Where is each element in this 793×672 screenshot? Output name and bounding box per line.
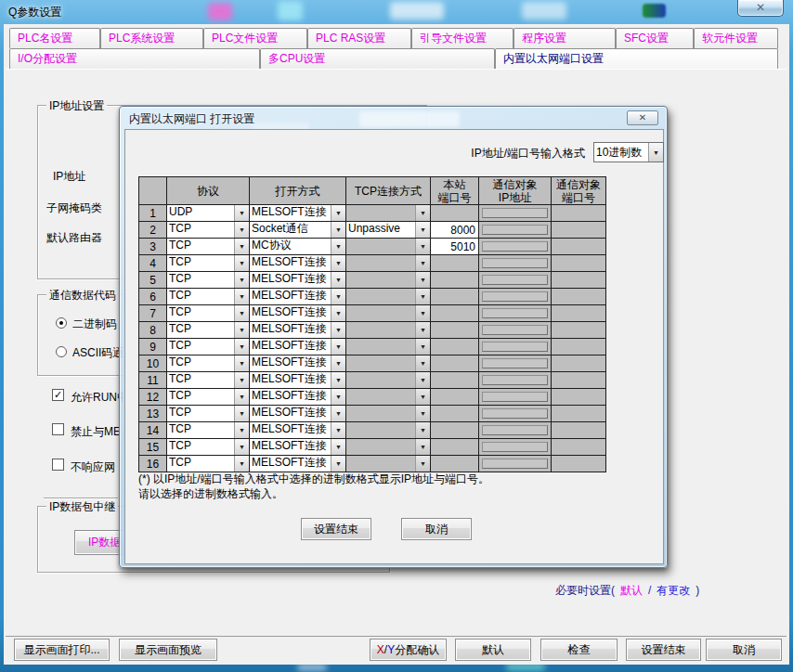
- host-port-cell[interactable]: [431, 389, 479, 406]
- open-method-dropdown[interactable]: MELSOFT连接▼: [250, 456, 345, 472]
- dropdown-arrow-icon[interactable]: ▼: [234, 255, 249, 271]
- disable-melsoft-checkbox[interactable]: [52, 423, 64, 435]
- dropdown-arrow-icon[interactable]: ▼: [234, 389, 249, 405]
- open-method-cell[interactable]: MELSOFT连接▼: [250, 389, 346, 406]
- dropdown-arrow-icon[interactable]: ▼: [648, 143, 663, 162]
- protocol-cell[interactable]: TCP▼: [167, 355, 250, 372]
- input-format-dropdown[interactable]: 10进制数 ▼: [593, 142, 664, 162]
- dialog-setting-end-button[interactable]: 设置结束: [301, 518, 371, 540]
- dropdown-arrow-icon[interactable]: ▼: [415, 305, 430, 321]
- tcp-connection-cell[interactable]: ▼: [346, 355, 431, 372]
- protocol-dropdown[interactable]: TCP▼: [167, 422, 249, 438]
- dropdown-arrow-icon[interactable]: ▼: [234, 305, 249, 321]
- protocol-dropdown[interactable]: TCP▼: [167, 272, 249, 288]
- open-method-cell[interactable]: MELSOFT连接▼: [250, 406, 346, 422]
- xy-assignment-confirm-button[interactable]: X/Y分配确认: [370, 639, 447, 661]
- protocol-cell[interactable]: TCP▼: [167, 456, 250, 472]
- open-method-cell[interactable]: MELSOFT连接▼: [250, 305, 346, 322]
- dropdown-arrow-icon[interactable]: ▼: [331, 255, 345, 271]
- open-method-cell[interactable]: MELSOFT连接▼: [250, 205, 346, 222]
- protocol-dropdown[interactable]: TCP▼: [167, 389, 249, 405]
- tcp-connection-cell[interactable]: ▼: [346, 372, 431, 389]
- dropdown-arrow-icon[interactable]: ▼: [234, 222, 249, 238]
- tcp-connection-dropdown[interactable]: ▼: [346, 239, 430, 254]
- open-method-dropdown[interactable]: MELSOFT连接▼: [250, 272, 345, 288]
- dropdown-arrow-icon[interactable]: ▼: [234, 289, 249, 304]
- dialog-cancel-button[interactable]: 取消: [401, 518, 472, 540]
- open-method-cell[interactable]: MELSOFT连接▼: [250, 372, 346, 389]
- tcp-connection-dropdown[interactable]: ▼: [346, 406, 430, 421]
- changed-link[interactable]: 有更改: [656, 584, 690, 597]
- dropdown-arrow-icon[interactable]: ▼: [331, 456, 345, 472]
- protocol-dropdown[interactable]: TCP▼: [167, 439, 249, 455]
- tab-row2-3[interactable]: 内置以太网端口设置: [495, 48, 778, 69]
- host-port-cell[interactable]: [431, 255, 479, 272]
- tcp-connection-dropdown[interactable]: ▼: [346, 372, 430, 388]
- protocol-cell[interactable]: TCP▼: [167, 322, 250, 339]
- tcp-connection-cell[interactable]: ▼: [346, 272, 431, 289]
- open-method-cell[interactable]: Socket通信▼: [250, 222, 346, 239]
- tab-row1-3[interactable]: PLC文件设置: [203, 28, 307, 48]
- dropdown-arrow-icon[interactable]: ▼: [415, 372, 430, 388]
- protocol-cell[interactable]: TCP▼: [167, 372, 250, 389]
- tcp-connection-cell[interactable]: Unpassive▼: [346, 222, 431, 239]
- protocol-dropdown[interactable]: TCP▼: [167, 255, 249, 271]
- dropdown-arrow-icon[interactable]: ▼: [415, 322, 430, 338]
- tab-row1-7[interactable]: SFC设置: [616, 28, 694, 48]
- dropdown-arrow-icon[interactable]: ▼: [234, 406, 249, 421]
- protocol-cell[interactable]: TCP▼: [167, 389, 250, 406]
- open-method-dropdown[interactable]: MELSOFT连接▼: [250, 406, 345, 421]
- open-method-cell[interactable]: MELSOFT连接▼: [250, 255, 346, 272]
- tcp-connection-cell[interactable]: ▼: [346, 255, 431, 272]
- open-method-cell[interactable]: MELSOFT连接▼: [250, 339, 346, 355]
- dropdown-arrow-icon[interactable]: ▼: [234, 272, 249, 288]
- host-port-cell[interactable]: [431, 406, 479, 422]
- dropdown-arrow-icon[interactable]: ▼: [331, 322, 345, 338]
- tcp-connection-cell[interactable]: ▼: [346, 239, 431, 255]
- dropdown-arrow-icon[interactable]: ▼: [331, 422, 345, 438]
- dropdown-arrow-icon[interactable]: ▼: [234, 372, 249, 388]
- tcp-connection-dropdown[interactable]: ▼: [346, 255, 430, 271]
- dropdown-arrow-icon[interactable]: ▼: [234, 439, 249, 455]
- dropdown-arrow-icon[interactable]: ▼: [415, 439, 430, 455]
- dropdown-arrow-icon[interactable]: ▼: [331, 339, 345, 355]
- tcp-connection-dropdown[interactable]: ▼: [346, 272, 430, 288]
- tcp-connection-cell[interactable]: ▼: [346, 456, 431, 472]
- cancel-button[interactable]: 取消: [706, 639, 782, 661]
- dropdown-arrow-icon[interactable]: ▼: [234, 456, 249, 472]
- dropdown-arrow-icon[interactable]: ▼: [415, 406, 430, 421]
- dropdown-arrow-icon[interactable]: ▼: [331, 406, 345, 421]
- binary-code-radio[interactable]: [56, 317, 67, 329]
- protocol-dropdown[interactable]: TCP▼: [167, 406, 249, 421]
- dropdown-arrow-icon[interactable]: ▼: [415, 355, 430, 371]
- tab-row1-4[interactable]: PLC RAS设置: [307, 28, 411, 48]
- protocol-dropdown[interactable]: TCP▼: [167, 456, 249, 472]
- open-method-dropdown[interactable]: MELSOFT连接▼: [250, 355, 345, 371]
- host-port-cell[interactable]: [431, 355, 479, 372]
- host-port-cell[interactable]: [431, 305, 479, 322]
- tab-row2-2[interactable]: 多CPU设置: [260, 48, 495, 69]
- protocol-cell[interactable]: TCP▼: [167, 305, 250, 322]
- protocol-dropdown[interactable]: TCP▼: [167, 222, 249, 238]
- host-port-cell[interactable]: 8000: [431, 222, 479, 239]
- host-port-cell[interactable]: [431, 205, 479, 222]
- open-method-dropdown[interactable]: MELSOFT连接▼: [250, 422, 345, 438]
- setting-end-button[interactable]: 设置结束: [626, 639, 701, 661]
- tab-row1-5[interactable]: 引导文件设置: [411, 28, 514, 48]
- dropdown-arrow-icon[interactable]: ▼: [331, 272, 345, 288]
- dropdown-arrow-icon[interactable]: ▼: [331, 305, 345, 321]
- open-method-cell[interactable]: MELSOFT连接▼: [250, 272, 346, 289]
- dropdown-arrow-icon[interactable]: ▼: [415, 272, 430, 288]
- ascii-code-radio[interactable]: [56, 346, 67, 357]
- host-port-cell[interactable]: [431, 456, 479, 472]
- open-method-dropdown[interactable]: MELSOFT连接▼: [250, 372, 345, 388]
- protocol-dropdown[interactable]: TCP▼: [167, 322, 249, 338]
- window-close-button[interactable]: ✕: [737, 0, 784, 17]
- dropdown-arrow-icon[interactable]: ▼: [415, 422, 430, 438]
- tcp-connection-cell[interactable]: ▼: [346, 439, 431, 456]
- tcp-connection-dropdown[interactable]: ▼: [346, 422, 430, 438]
- protocol-dropdown[interactable]: TCP▼: [167, 355, 249, 371]
- host-port-cell[interactable]: [431, 372, 479, 389]
- dropdown-arrow-icon[interactable]: ▼: [331, 289, 345, 304]
- tcp-connection-dropdown[interactable]: ▼: [346, 456, 430, 472]
